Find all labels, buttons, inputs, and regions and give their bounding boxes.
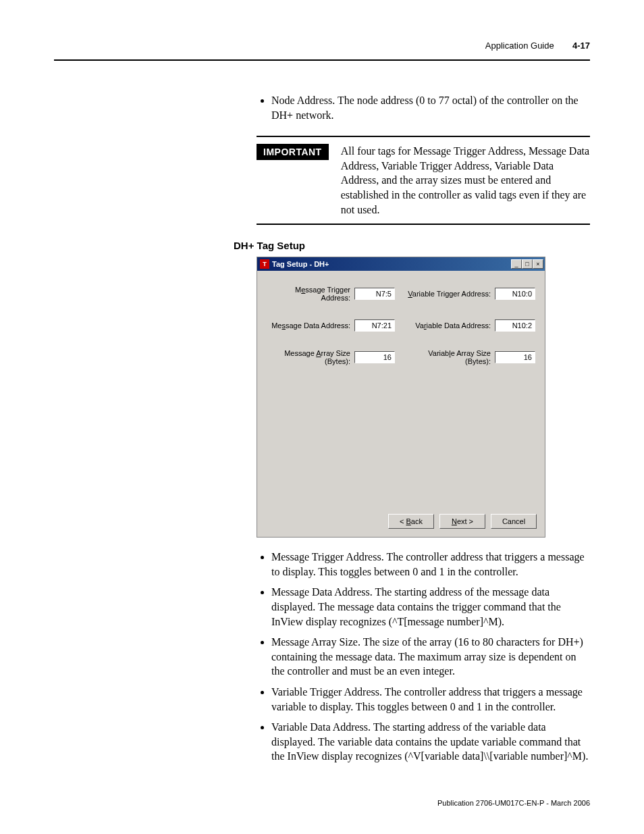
msg-array-input[interactable] [354, 351, 395, 363]
form-grid: Message Trigger Address: Variable Trigge… [267, 286, 535, 365]
close-icon[interactable]: × [533, 259, 543, 269]
section-heading: DH+ Tag Setup [234, 240, 590, 251]
titlebar-left: T Tag Setup - DH+ [260, 259, 329, 269]
window-controls: _ □ × [511, 259, 543, 269]
bullet-var-trigger: Variable Trigger Address. The controller… [271, 685, 590, 714]
msg-trigger-label: Message Trigger Address: [267, 286, 354, 302]
publication-footer: Publication 2706-UM017C-EN-P - March 200… [437, 799, 590, 807]
dialog-title: Tag Setup - DH+ [272, 260, 329, 268]
bullet-msg-array: Message Array Size. The size of the arra… [271, 635, 590, 679]
dialog-body: Message Trigger Address: Variable Trigge… [257, 271, 545, 507]
maximize-icon[interactable]: □ [522, 259, 533, 269]
header-rule [54, 59, 590, 61]
important-rule-bottom [257, 224, 590, 225]
msg-array-label: Message Array Size (Bytes): [267, 349, 354, 365]
var-trigger-input[interactable] [495, 288, 535, 300]
intro-list: Node Address. The node address (0 to 77 … [257, 93, 590, 122]
back-button[interactable]: < Back [388, 514, 434, 529]
minimize-icon[interactable]: _ [511, 259, 522, 269]
var-trigger-label: Variable Trigger Address: [407, 290, 495, 298]
bullet-msg-data: Message Data Address. The starting addre… [271, 585, 590, 629]
msg-trigger-input[interactable] [354, 288, 395, 300]
page-header: Application Guide 4-17 [485, 41, 590, 51]
header-label: Application Guide [485, 41, 554, 51]
cancel-button[interactable]: Cancel [491, 514, 537, 529]
header-page-number: 4-17 [572, 41, 590, 51]
important-block: IMPORTANT All four tags for Message Trig… [257, 137, 590, 224]
tag-setup-dialog: T Tag Setup - DH+ _ □ × Message Trigger … [257, 257, 545, 538]
important-badge: IMPORTANT [257, 144, 329, 160]
var-array-label: Variable Array Size (Bytes): [407, 349, 495, 365]
intro-bullet: Node Address. The node address (0 to 77 … [271, 93, 590, 122]
bullet-var-data: Variable Data Address. The starting addr… [271, 720, 590, 764]
important-text: All four tags for Message Trigger Addres… [341, 144, 590, 217]
app-icon: T [260, 259, 269, 269]
var-data-input[interactable] [495, 319, 535, 332]
var-data-label: Variable Data Address: [407, 321, 495, 330]
var-array-input[interactable] [495, 351, 535, 363]
msg-data-input[interactable] [354, 319, 395, 332]
msg-data-label: Message Data Address: [267, 321, 354, 330]
body-list: Message Trigger Address. The controller … [257, 550, 590, 764]
dialog-footer: < Back Next > Cancel [257, 507, 545, 537]
content: Node Address. The node address (0 to 77 … [257, 93, 590, 777]
bullet-msg-trigger: Message Trigger Address. The controller … [271, 550, 590, 579]
dialog-titlebar: T Tag Setup - DH+ _ □ × [257, 257, 545, 271]
next-button[interactable]: Next > [439, 514, 485, 529]
